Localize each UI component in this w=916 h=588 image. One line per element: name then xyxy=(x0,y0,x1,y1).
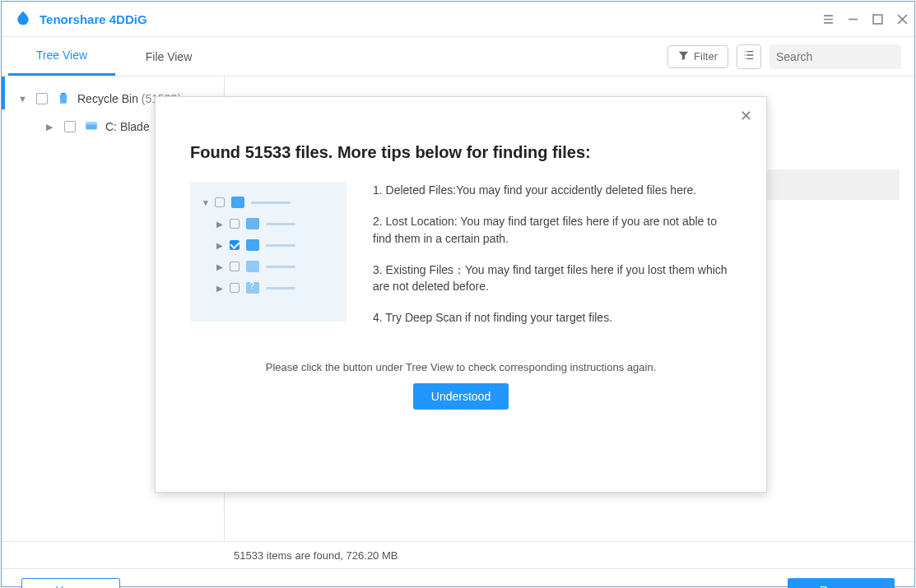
understood-button[interactable]: Understood xyxy=(413,383,509,410)
tip-4: 4. Try Deep Scan if not finding your tar… xyxy=(373,309,732,326)
chevron-right-icon: ▶ xyxy=(216,241,223,250)
illustration-checkbox xyxy=(230,283,239,293)
search-input[interactable] xyxy=(776,50,916,63)
tips-dialog: ✕ Found 51533 files. More tips below for… xyxy=(155,96,767,493)
filter-button[interactable]: Filter xyxy=(667,45,728,68)
filter-label: Filter xyxy=(694,50,718,63)
chevron-down-icon[interactable]: ▼ xyxy=(18,94,28,104)
status-text: 51533 items are found, 726.20 MB xyxy=(234,549,398,562)
illustration-checkbox xyxy=(230,219,239,229)
recover-button[interactable]: Recover xyxy=(788,578,895,589)
maximize-button[interactable] xyxy=(865,2,890,37)
tip-2: 2. Lost Location: You may find target fi… xyxy=(373,213,732,247)
title-controls xyxy=(816,2,914,37)
list-icon xyxy=(743,49,755,63)
titlebar: Tenorshare 4DDiG xyxy=(2,2,914,37)
close-icon: ✕ xyxy=(740,107,752,125)
status-bar: 51533 items are found, 726.20 MB xyxy=(2,541,914,568)
dialog-title: Found 51533 files. More tips below for f… xyxy=(190,143,732,162)
svg-rect-3 xyxy=(86,122,97,124)
tips-list: 1. Deleted Files:You may find your accid… xyxy=(373,182,732,326)
line-placeholder xyxy=(266,244,295,247)
bottom-bar: Home Recover xyxy=(2,568,914,588)
svg-rect-0 xyxy=(873,15,882,24)
toolbar: Tree View File View Filter xyxy=(2,37,914,76)
dialog-hint: Please click the button under Tree View … xyxy=(190,361,732,373)
line-placeholder xyxy=(266,223,295,225)
list-view-button[interactable] xyxy=(737,44,761,69)
dialog-close-button[interactable]: ✕ xyxy=(737,107,755,125)
app-window: Tenorshare 4DDiG Tree View File View Fil… xyxy=(1,1,915,587)
view-tabs: Tree View File View xyxy=(2,38,222,76)
illustration-checkbox-checked xyxy=(230,240,239,250)
drive-icon xyxy=(84,118,105,136)
line-placeholder xyxy=(251,201,291,204)
drive-icon xyxy=(231,197,244,208)
chevron-right-icon: ▶ xyxy=(216,220,223,229)
app-title: Tenorshare 4DDiG xyxy=(40,12,816,26)
close-button[interactable] xyxy=(890,2,914,37)
home-button[interactable]: Home xyxy=(21,578,120,589)
chevron-right-icon: ▶ xyxy=(216,262,223,271)
minimize-button[interactable] xyxy=(840,2,865,37)
illustration-checkbox xyxy=(230,262,239,271)
dialog-body: ▼ ▶ ▶ ▶ ▶ 1. Deleted Files:You may find … xyxy=(190,182,732,326)
folder-icon xyxy=(246,239,259,251)
filter-icon xyxy=(678,50,689,63)
tree-label-drive-c: C: Blade xyxy=(105,120,150,133)
app-logo-icon xyxy=(15,10,40,29)
line-placeholder xyxy=(266,287,295,289)
line-placeholder xyxy=(266,266,295,268)
search-field[interactable] xyxy=(770,44,901,69)
chevron-right-icon[interactable]: ▶ xyxy=(46,122,56,132)
recycle-bin-icon xyxy=(56,90,77,108)
checkbox-recycle[interactable] xyxy=(36,93,48,104)
unknown-folder-icon xyxy=(246,282,259,294)
tree-label-recycle: Recycle Bin xyxy=(77,92,138,105)
menu-button[interactable] xyxy=(816,2,840,37)
illustration-checkbox xyxy=(215,197,225,207)
tab-tree-view[interactable]: Tree View xyxy=(8,38,115,76)
tab-file-view[interactable]: File View xyxy=(115,38,222,76)
folder-icon xyxy=(246,261,259,272)
tip-1: 1. Deleted Files:You may find your accid… xyxy=(373,182,732,198)
chevron-down-icon: ▼ xyxy=(202,198,208,207)
chevron-right-icon: ▶ xyxy=(216,284,223,293)
tip-3: 3. Existing Files：You may find target fi… xyxy=(373,262,732,295)
checkbox-drive-c[interactable] xyxy=(64,121,76,132)
tree-illustration: ▼ ▶ ▶ ▶ ▶ xyxy=(190,182,346,322)
folder-icon xyxy=(246,218,259,229)
